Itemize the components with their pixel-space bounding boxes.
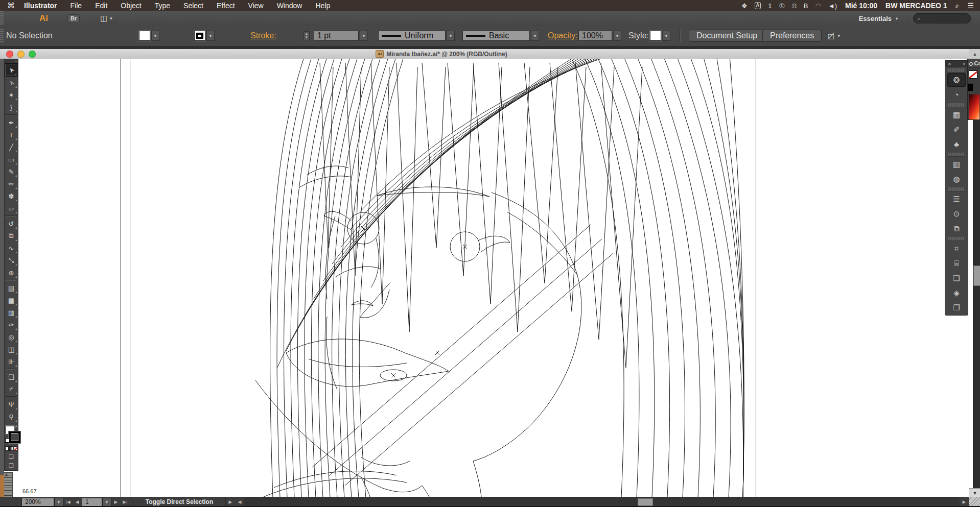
panel-swatches[interactable]: ▦ <box>945 107 968 122</box>
horizontal-scrollbar-right-arrow[interactable]: ▶ <box>960 498 969 506</box>
perspective-grid-tool[interactable]: ▤ <box>5 282 18 294</box>
minimize-window-button[interactable] <box>17 51 25 58</box>
variable-width-profile-control[interactable]: Uniform▼ <box>378 30 455 41</box>
status-options-arrow[interactable]: ▶ <box>226 498 235 506</box>
fill-stroke-wells[interactable]: ⇄ <box>5 425 18 445</box>
panel-appearance[interactable]: ⊙ <box>945 206 968 221</box>
line-segment-tool[interactable]: ╱ <box>5 141 18 153</box>
rectangle-tool[interactable]: ▭ <box>5 153 18 165</box>
previous-artboard-button[interactable]: ◀ <box>73 498 82 506</box>
opacity-label[interactable]: Opacity: <box>548 30 578 41</box>
magic-wand-tool[interactable]: ✶ <box>5 89 18 101</box>
stroke-color-control[interactable]: ▼ <box>194 30 215 41</box>
panel-color-guide[interactable]: ◔ <box>945 87 968 102</box>
artboard-tool[interactable]: ❑ <box>5 371 18 383</box>
window-resize-grip[interactable] <box>969 497 980 506</box>
workspace-switcher[interactable]: Essentials ▾ <box>859 15 898 22</box>
volume-icon[interactable]: ◄) <box>828 2 837 10</box>
apple-menu-icon[interactable]: ⌘ <box>7 1 15 10</box>
last-artboard-button[interactable]: ▶| <box>121 498 130 506</box>
chevron-down-icon[interactable]: ▼ <box>531 31 539 41</box>
menu-file[interactable]: File <box>71 2 82 10</box>
go-to-bridge-button[interactable]: Br <box>67 14 80 22</box>
chevron-down-icon[interactable]: ▼ <box>206 31 215 41</box>
horizontal-scrollbar-thumb[interactable] <box>638 498 653 506</box>
zoom-level-field[interactable]: 200% <box>21 498 54 506</box>
type-tool[interactable]: T <box>5 129 18 141</box>
drawing-mode-button[interactable]: ❏ <box>5 452 18 461</box>
opacity-value[interactable]: 100% <box>578 31 612 41</box>
panel-pathfinder[interactable]: ❏ <box>945 271 968 285</box>
panel-artboards[interactable]: ❐ <box>945 300 968 315</box>
document-title-bar[interactable]: Ai Miranda Ibañez.ai* @ 200% (RGB/Outlin… <box>0 49 980 59</box>
spotlight-icon[interactable]: ⌕ <box>955 2 960 10</box>
stroke-weight-label[interactable]: Stroke: <box>250 30 276 41</box>
dropbox-icon[interactable]: ❖ <box>741 2 748 10</box>
gradient-mode-button[interactable] <box>9 446 13 451</box>
paintbrush-tool[interactable]: ✎ <box>5 165 18 178</box>
column-graph-tool[interactable]: ⊪ <box>5 355 18 368</box>
zoom-tool[interactable]: ⚲ <box>5 411 18 423</box>
stroke-weight-stepper[interactable]: ▲▼ <box>304 30 310 41</box>
none-swatch[interactable] <box>969 70 977 79</box>
menu-help[interactable]: Help <box>315 2 330 10</box>
vertical-scrollbar-up-arrow[interactable]: ▲ <box>969 49 980 59</box>
bluetooth-icon[interactable]: Ƀ <box>804 2 808 10</box>
chevron-down-icon[interactable]: ▼ <box>151 31 159 41</box>
selection-tool[interactable]: ➤ <box>5 63 18 77</box>
menu-illustrator[interactable]: Illustrator <box>24 2 57 10</box>
mesh-tool[interactable]: ▦ <box>5 294 18 306</box>
zoom-window-button[interactable] <box>29 51 36 58</box>
width-tool[interactable]: ∿ <box>5 242 18 254</box>
close-window-button[interactable] <box>6 51 13 58</box>
stroke-weight-control[interactable]: 1 pt▼ <box>314 30 368 41</box>
screen-mode-button[interactable]: ❐ <box>5 461 18 470</box>
vertical-scrollbar[interactable] <box>973 119 980 488</box>
panel-align[interactable]: ⌸ <box>945 256 968 271</box>
symbol-sprayer-tool[interactable]: ◫ <box>5 343 18 355</box>
chevron-down-icon[interactable]: ▼ <box>662 31 670 41</box>
panel-symbols[interactable]: ♣ <box>945 137 968 152</box>
hand-tool[interactable]: Ψ <box>5 398 18 411</box>
menu-effect[interactable]: Effect <box>217 2 235 10</box>
slice-tool[interactable]: ⌿ <box>5 383 18 395</box>
artboard-number-field[interactable]: 1 <box>82 498 102 506</box>
panel-color[interactable]: ❂ <box>947 73 966 87</box>
fill-swatch[interactable] <box>139 31 150 41</box>
fill-color-control[interactable]: ▼ <box>139 30 159 41</box>
menubar-clock[interactable]: Mié 10:00 <box>845 2 877 10</box>
artboard-dropdown-arrow[interactable]: ▼ <box>102 498 111 506</box>
notification-center-icon[interactable]: ☰ <box>967 2 974 10</box>
search-input[interactable]: ⌕ <box>913 13 971 23</box>
menu-object[interactable]: Object <box>121 2 141 10</box>
panel-transform[interactable]: ⌗ <box>945 241 968 256</box>
status-text[interactable]: Toggle Direct Selection <box>133 497 226 506</box>
align-options-control[interactable]: ◻̸ ▼ <box>828 30 841 41</box>
stroke-well[interactable] <box>9 431 20 443</box>
opacity-control[interactable]: 100%▼ <box>578 30 621 41</box>
tools-panel-header[interactable]: » <box>5 59 18 63</box>
horizontal-scrollbar-left-arrow[interactable]: ◀ <box>235 498 244 506</box>
horizontal-scrollbar[interactable] <box>244 497 960 506</box>
blob-brush-tool[interactable]: ✽ <box>5 190 18 202</box>
menubar-account[interactable]: BW MERCADEO 1 <box>885 2 947 10</box>
panel-brushes[interactable]: ✐ <box>945 122 968 137</box>
menu-type[interactable]: Type <box>155 2 170 10</box>
menu-edit[interactable]: Edit <box>95 2 107 10</box>
pencil-tool[interactable]: ✏ <box>5 178 18 190</box>
wifi-icon[interactable]: ◠ <box>815 2 821 10</box>
stroke-weight-value[interactable]: 1 pt <box>314 31 359 41</box>
pen-tool[interactable]: ✒ <box>5 116 18 129</box>
color-panel-sliver[interactable]: ◇ Co <box>967 59 980 120</box>
brush-definition-control[interactable]: Basic▼ <box>462 30 539 41</box>
dock-expand-icon[interactable]: » <box>963 62 965 66</box>
eyedropper-tool[interactable]: ✑ <box>5 319 18 331</box>
arrange-documents-button[interactable]: ◫ ▼ <box>100 14 113 23</box>
graphic-style-control[interactable]: ▼ <box>650 30 670 41</box>
color-spectrum[interactable] <box>969 94 979 120</box>
panel-stroke[interactable]: ☰ <box>945 191 968 206</box>
preferences-button[interactable]: Preferences <box>762 30 822 42</box>
free-transform-tool[interactable]: ⤡ <box>5 254 18 267</box>
panel-transparency[interactable]: ◍ <box>945 172 968 186</box>
color-mode-button[interactable] <box>5 446 9 451</box>
